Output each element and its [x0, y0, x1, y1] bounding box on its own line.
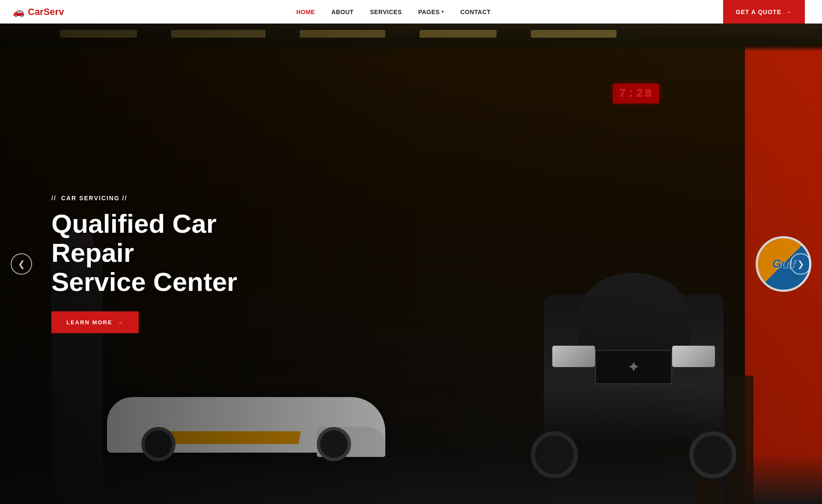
- navbar-cta-area: GET A QUOTE →: [723, 0, 805, 24]
- nav-item-pages[interactable]: PAGES ▾: [418, 9, 444, 15]
- hero-cta-button[interactable]: LEARN MORE →: [51, 311, 139, 333]
- nav-item-home[interactable]: HOME: [296, 8, 315, 16]
- slider-next-button[interactable]: ❯: [790, 253, 811, 275]
- brand-name: CarServ: [28, 6, 64, 18]
- nav-link-pages[interactable]: PAGES: [418, 9, 440, 15]
- nav-link-contact[interactable]: CONTACT: [460, 9, 491, 15]
- tag-slashes-left: //: [51, 194, 57, 201]
- chevron-down-icon: ▾: [441, 9, 444, 15]
- hero-title-line1: Qualified Car Repair: [51, 208, 217, 267]
- nav-item-about[interactable]: ABOUT: [331, 8, 354, 16]
- nav-link-services[interactable]: SERVICES: [370, 9, 402, 15]
- get-quote-button[interactable]: GET A QUOTE →: [723, 0, 805, 24]
- hero-title-line2: Service Center: [51, 267, 237, 296]
- brand-area: 🚗 CarServ: [13, 6, 64, 18]
- nav-link-home[interactable]: HOME: [296, 9, 315, 15]
- brand-logo[interactable]: 🚗 CarServ: [13, 6, 64, 18]
- nav-item-services[interactable]: SERVICES: [370, 8, 402, 16]
- arrow-right-icon: →: [786, 9, 792, 15]
- navbar: 🚗 CarServ HOME ABOUT SERVICES PAGES ▾ CO…: [0, 0, 822, 24]
- chevron-right-icon: ❯: [797, 259, 804, 269]
- nav-item-contact[interactable]: CONTACT: [460, 8, 491, 16]
- hero-tag: // CAR SERVICING //: [51, 194, 300, 201]
- tag-text: CAR SERVICING: [61, 194, 120, 201]
- hero-cta-label: LEARN MORE: [66, 319, 112, 326]
- nav-link-about[interactable]: ABOUT: [331, 9, 354, 15]
- hero-cta-arrow-icon: →: [117, 319, 124, 326]
- hero-content: // CAR SERVICING // Qualified Car Repair…: [51, 194, 300, 333]
- slider-prev-button[interactable]: ❮: [11, 253, 32, 275]
- car-icon: 🚗: [13, 6, 24, 18]
- chevron-left-icon: ❮: [18, 259, 25, 269]
- nav-menu: HOME ABOUT SERVICES PAGES ▾ CONTACT: [296, 8, 491, 16]
- hero-section: 7:28 Gulf: [0, 24, 822, 504]
- get-quote-label: GET A QUOTE: [736, 9, 781, 15]
- tag-slashes-right: //: [122, 194, 128, 201]
- hero-title: Qualified Car Repair Service Center: [51, 209, 300, 296]
